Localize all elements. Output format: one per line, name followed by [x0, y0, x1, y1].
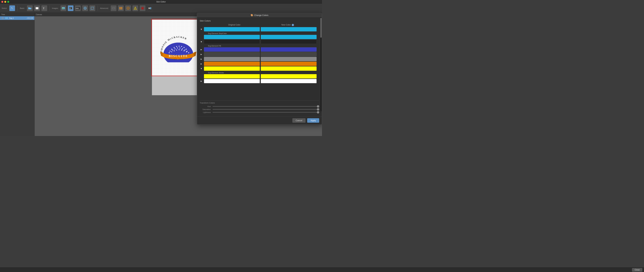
visibility-icon[interactable] — [1, 17, 4, 19]
color-arrow-indigo[interactable]: ► — [200, 48, 203, 51]
lightness-slider-track[interactable] — [212, 112, 319, 113]
svg-point-41 — [184, 49, 185, 50]
color-label-row-stopcolor: Svg Element StopColor — [200, 32, 316, 34]
svg-text:•: • — [172, 55, 172, 57]
hue-slider-row: Hue: — [200, 105, 319, 107]
lightness-slider-thumb[interactable] — [317, 111, 319, 113]
new-swatch-indigo[interactable] — [261, 47, 316, 52]
orig-swatch-yellow[interactable] — [204, 66, 260, 71]
new-swatch-dark[interactable] — [261, 40, 316, 44]
dialog-scrollbar-thumb[interactable] — [320, 18, 322, 38]
color-row-indigo: ► — [200, 47, 316, 52]
basic-rect-btn[interactable] — [34, 5, 40, 11]
dialog-scrollbar[interactable] — [320, 17, 322, 111]
color-label-row-stroke: Svg Element Stroke — [200, 72, 316, 74]
saturation-slider-thumb[interactable] — [317, 108, 319, 110]
info-icon[interactable]: i — [292, 24, 294, 26]
svg-point-31 — [178, 46, 180, 47]
svg-text:• EST 1973 •: • EST 1973 • — [172, 58, 184, 60]
color-row-white: ► — [200, 79, 316, 83]
orig-swatch-dark[interactable] — [204, 40, 260, 44]
svg-point-40 — [182, 48, 183, 49]
svg-point-28 — [171, 49, 172, 50]
new-swatch-darkgray[interactable] — [261, 52, 316, 56]
svg-point-29 — [174, 47, 175, 48]
logo-svg: JOHNNIE McCRACKER — [157, 33, 200, 62]
svg-point-45 — [174, 50, 175, 51]
svg-point-38 — [177, 47, 178, 48]
svg-marker-19 — [134, 7, 137, 9]
hue-slider-thumb[interactable] — [317, 105, 319, 108]
advanced-btn6[interactable] — [147, 5, 153, 11]
svg-text:T: T — [43, 7, 44, 9]
color-arrow-yellow[interactable]: ▼ — [200, 67, 203, 70]
apply-button[interactable]: Apply — [307, 118, 319, 123]
saturation-slider-track[interactable] — [212, 109, 319, 110]
new-swatch-gray[interactable] — [261, 57, 316, 61]
images-map-btn[interactable] — [90, 5, 95, 11]
orig-swatch-white[interactable] — [204, 79, 260, 83]
stopcolor-label: Svg Element StopColor — [208, 32, 227, 34]
new-swatch-stopcolor[interactable] — [261, 35, 316, 39]
color-row-dark: ▼ — [200, 40, 316, 44]
advanced-btn4[interactable] — [132, 5, 138, 11]
color-arrow-white[interactable]: ► — [200, 80, 203, 82]
tree-item-count: ↓152,139 — [26, 17, 33, 19]
transform-colors-label: Transform Colors — [200, 102, 319, 104]
color-arrow-darkgray[interactable]: ► — [200, 53, 203, 56]
images-globe-btn[interactable] — [82, 5, 88, 11]
dialog-title-text: Change Colors — [254, 14, 268, 16]
logo-container[interactable]: JOHNNIE McCRACKER — [157, 33, 200, 62]
orig-swatch-1[interactable] — [204, 27, 260, 31]
svg-layer-icon — [5, 17, 8, 19]
advanced-btn2[interactable] — [118, 5, 124, 11]
new-swatch-white[interactable] — [261, 79, 316, 83]
images-svg-btn[interactable]: SVG — [75, 5, 81, 11]
dialog-title-icon: 🎨 — [250, 14, 253, 16]
images-label: Images: — [52, 7, 58, 9]
advanced-btn5[interactable] — [140, 5, 146, 11]
dialog-section-title: Skin Colors — [200, 19, 319, 22]
orig-swatch-indigo[interactable] — [204, 47, 260, 52]
svg-rect-25 — [5, 17, 8, 19]
original-color-header: Original Color: — [208, 24, 261, 26]
close-traffic-light[interactable] — [1, 1, 3, 3]
new-swatch-1[interactable] — [261, 27, 316, 31]
hue-slider-track[interactable] — [212, 106, 319, 107]
color-arrow-gray[interactable]: ► — [200, 58, 203, 60]
select-arrow-btn[interactable]: ↖ — [9, 5, 15, 11]
orig-swatch-gray[interactable] — [204, 57, 260, 61]
traffic-light-group[interactable] — [1, 1, 9, 3]
lightness-slider-row: Lightness: — [200, 111, 319, 113]
svg-point-22 — [142, 7, 143, 9]
new-swatch-orange[interactable] — [261, 62, 316, 66]
svg-point-47 — [178, 49, 180, 50]
orig-swatch-darkgray[interactable] — [204, 52, 260, 56]
images-photo-btn[interactable] — [60, 5, 66, 11]
basic-folder-btn[interactable] — [27, 5, 33, 11]
color-arrow-dark[interactable]: ▼ — [200, 40, 203, 43]
svg-point-33 — [184, 47, 184, 48]
color-arrow-orange[interactable]: ► — [200, 62, 203, 65]
basic-text-btn[interactable]: T — [41, 5, 47, 11]
svg-point-44 — [171, 51, 172, 52]
advanced-btn3[interactable] — [125, 5, 131, 11]
images-cursor-btn[interactable] — [68, 5, 74, 11]
cancel-button[interactable]: Cancel — [292, 118, 306, 123]
canvas-white-area: JOHNNIE McCRACKER — [152, 19, 204, 75]
orig-swatch-orange[interactable] — [204, 62, 260, 66]
tree-item-svg1[interactable]: Svg 1 ↓152,139 — [0, 16, 34, 20]
main-toolbar: Select: ↖ Basic: T Images: — [0, 3, 322, 13]
color-arrow-1[interactable]: ▼ — [200, 28, 203, 30]
minimize-traffic-light[interactable] — [4, 1, 6, 3]
orig-swatch-yellow-stroke[interactable] — [204, 74, 260, 78]
maximize-traffic-light[interactable] — [7, 1, 9, 3]
new-swatch-yellow-stroke[interactable] — [261, 74, 316, 78]
advanced-btn1[interactable] — [111, 5, 116, 11]
dialog-content: Skin Colors Original Color: New Color: i… — [197, 17, 322, 116]
orig-swatch-stopcolor[interactable] — [204, 35, 260, 39]
svg-rect-0 — [36, 7, 38, 9]
new-swatch-yellow[interactable] — [261, 66, 316, 71]
svg-rect-13 — [121, 7, 122, 8]
saturation-slider-row: Saturation: — [200, 108, 319, 110]
